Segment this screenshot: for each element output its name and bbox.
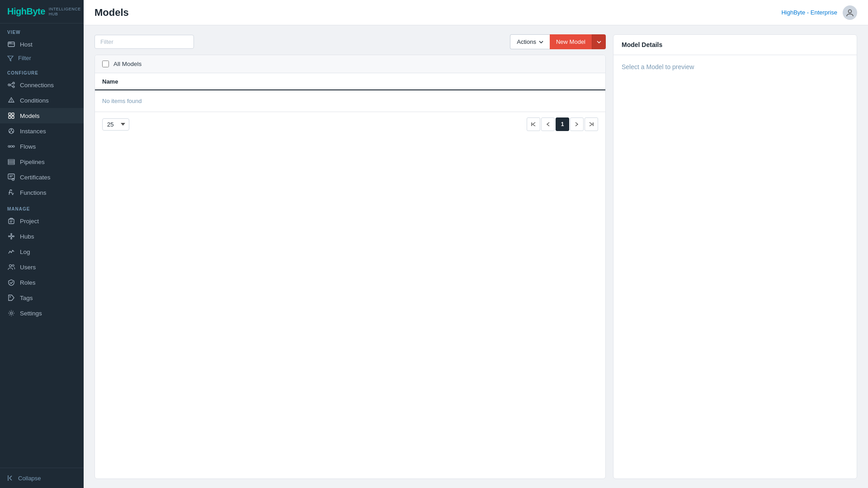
configure-section-label: CONFIGURE [0,64,84,77]
svg-point-23 [8,145,10,147]
pag-first-button[interactable] [527,117,540,131]
sidebar-item-pipelines[interactable]: Pipelines [0,154,84,169]
sidebar-item-instances-label: Instances [20,128,46,135]
sidebar-item-conditions-label: Conditions [20,97,49,104]
collapse-button[interactable]: Collapse [0,468,84,488]
svg-point-6 [13,82,14,84]
svg-point-36 [10,235,12,237]
sidebar-item-instances[interactable]: Instances [0,123,84,139]
right-panel: Model Details Select a Model to preview [613,34,857,479]
filter-icon [7,55,14,61]
empty-message: No items found [102,98,142,104]
main-area: Models HighByte - Enterprise Actions [84,0,868,488]
topbar: Models HighByte - Enterprise [84,0,868,25]
left-panel: Actions New Model [94,34,606,479]
svg-rect-14 [12,113,14,115]
sidebar-item-certificates[interactable]: Certificates [0,169,84,185]
sidebar-item-roles[interactable]: Roles [0,275,84,290]
users-icon [7,263,15,271]
host-icon [7,40,15,48]
svg-line-9 [10,85,13,87]
project-icon [7,217,15,225]
sidebar-item-host-label: Host [20,41,33,48]
sidebar-item-roles-label: Roles [20,279,36,286]
sidebar-item-hubs-label: Hubs [20,233,34,240]
sidebar-item-models[interactable]: Models [0,108,84,123]
chevron-down-icon [539,41,543,43]
sidebar: HighByte Intelligence Hub VIEW Host Filt… [0,0,84,488]
table-header: Name [95,73,605,90]
topbar-right: HighByte - Enterprise [781,5,857,20]
user-avatar[interactable] [843,5,857,20]
sidebar-item-conditions[interactable]: Conditions [0,93,84,108]
svg-point-38 [11,238,12,239]
svg-rect-25 [8,160,14,161]
certificates-icon [7,173,15,181]
new-model-split-button[interactable] [592,34,606,49]
all-models-checkbox[interactable] [102,61,109,67]
svg-marker-4 [8,56,13,61]
sidebar-item-users[interactable]: Users [0,259,84,275]
sidebar-item-certificates-label: Certificates [20,174,51,181]
actions-button[interactable]: Actions [510,34,550,49]
hubs-icon [7,232,15,240]
pag-last-button[interactable] [585,117,598,131]
pipelines-icon [7,158,15,166]
content-area: Actions New Model [84,25,868,488]
svg-point-47 [9,296,11,298]
sidebar-filter-label: Filter [18,55,31,61]
sidebar-item-functions[interactable]: Functions [0,185,84,200]
sidebar-item-host[interactable]: Host [0,37,84,52]
functions-icon [7,188,15,197]
sidebar-item-project-label: Project [20,218,39,225]
svg-point-20 [12,131,13,132]
sidebar-item-models-label: Models [20,113,40,119]
svg-point-48 [10,312,13,314]
svg-point-24 [13,145,14,147]
models-icon [7,112,15,120]
sidebar-item-tags-label: Tags [20,295,33,301]
instances-icon [7,127,15,135]
svg-rect-33 [9,219,14,224]
svg-point-7 [13,86,14,88]
pag-prev-button[interactable] [541,117,555,131]
settings-icon [7,309,15,317]
svg-line-21 [10,130,11,131]
sidebar-item-flows-label: Flows [20,143,36,150]
tags-icon [7,294,15,302]
sidebar-item-pipelines-label: Pipelines [20,159,45,165]
svg-rect-16 [12,116,14,118]
svg-point-45 [9,265,12,267]
sidebar-item-connections[interactable]: Connections [0,77,84,93]
svg-rect-13 [9,113,11,115]
sidebar-item-flows[interactable]: Flows [0,139,84,154]
sidebar-item-tags[interactable]: Tags [0,290,84,305]
manage-section-label: MANAGE [0,200,84,213]
sidebar-item-hubs[interactable]: Hubs [0,229,84,244]
collapse-label: Collapse [18,475,41,482]
svg-point-31 [12,178,14,181]
page-size-select[interactable]: 25 50 100 [102,118,129,131]
pag-page-1-button[interactable]: 1 [556,117,569,131]
roles-icon [7,278,15,286]
table-body: No items found [95,90,605,112]
svg-point-18 [11,129,12,130]
sidebar-item-settings[interactable]: Settings [0,305,84,321]
svg-line-22 [11,130,12,131]
svg-point-37 [11,234,12,235]
pag-next-button[interactable] [570,117,584,131]
svg-point-12 [11,101,11,102]
sidebar-item-log[interactable]: Log [0,244,84,259]
filter-input[interactable] [94,35,194,49]
new-model-button[interactable]: New Model [550,34,592,49]
pagination-row: 25 50 100 [95,112,605,136]
models-table: All Models Name No items found 25 50 100 [94,55,606,479]
column-name-header: Name [102,78,118,85]
svg-point-5 [8,84,10,86]
pagination-buttons: 1 [527,117,598,131]
model-details-header: Model Details [613,35,857,55]
sidebar-item-project[interactable]: Project [0,213,84,229]
sidebar-filter[interactable]: Filter [0,52,84,64]
conditions-icon [7,96,15,104]
filter-actions-row: Actions New Model [94,34,606,49]
